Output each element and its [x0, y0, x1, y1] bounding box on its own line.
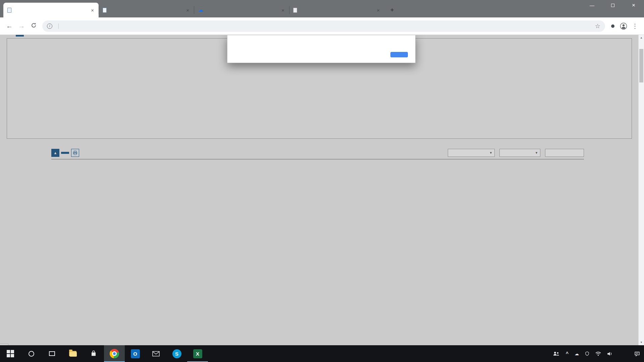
tab-close-icon[interactable]: × — [281, 7, 285, 13]
alert-dialog — [227, 35, 416, 63]
system-tray: ^ ☁ — [549, 345, 644, 362]
divider — [58, 23, 59, 29]
chrome-icon — [110, 349, 119, 358]
address-bar[interactable]: i ☆ — [42, 20, 605, 32]
mail-icon — [152, 351, 160, 357]
refresh-icon — [31, 22, 37, 28]
network-icon[interactable] — [592, 345, 604, 362]
scroll-up-icon[interactable]: ▲ — [639, 35, 644, 41]
browser-menu-icon[interactable]: ⋮ — [632, 22, 638, 30]
tabs: × × ☁ × × + — [3, 0, 397, 17]
store-button[interactable] — [83, 345, 104, 362]
excel-icon: X — [193, 349, 202, 358]
folder-icon — [69, 351, 76, 356]
start-button[interactable] — [0, 345, 21, 362]
excel-button[interactable]: X — [187, 345, 208, 362]
desktop: × × ☁ × × + — × ← — [0, 0, 644, 362]
page-favicon-icon — [7, 8, 11, 13]
info-icon[interactable]: i — [47, 23, 52, 29]
refresh-button[interactable] — [28, 22, 40, 30]
skype-button[interactable]: S — [166, 345, 187, 362]
maximize-button[interactable] — [602, 0, 623, 11]
page-favicon-icon — [293, 8, 297, 13]
scroll-down-icon[interactable]: ▼ — [639, 340, 644, 345]
minimize-button[interactable]: — — [582, 0, 602, 11]
search-button[interactable] — [21, 345, 42, 362]
search-icon — [29, 351, 34, 357]
browser-toolbar: ← → i ☆ ⋮ — [0, 17, 644, 35]
page-scrollbar[interactable]: ▲ ▼ — [638, 35, 644, 345]
store-icon — [91, 351, 97, 357]
hidden-icons-chevron[interactable]: ^ — [563, 345, 572, 362]
action-center-button[interactable] — [630, 345, 644, 362]
tab-my-cloud[interactable]: ☁ × — [194, 3, 289, 17]
bookmark-star-icon[interactable]: ☆ — [595, 22, 600, 30]
chrome-button[interactable] — [104, 345, 125, 362]
modal-backdrop — [0, 35, 644, 345]
new-tab-button[interactable]: + — [387, 5, 397, 15]
tab-document-control[interactable]: × — [3, 3, 99, 17]
outlook-icon: O — [131, 349, 140, 358]
close-button[interactable]: × — [623, 0, 644, 11]
forward-button[interactable]: → — [15, 22, 28, 30]
volume-icon[interactable] — [604, 345, 616, 362]
people-button[interactable] — [549, 345, 563, 362]
browser-tab-strip: × × ☁ × × + — × — [0, 0, 644, 17]
window-controls: — × — [582, 0, 644, 11]
tab-new-tab[interactable]: × — [289, 3, 384, 17]
extension-icon[interactable] — [611, 24, 614, 28]
onedrive-icon[interactable]: ☁ — [572, 345, 582, 362]
tab-close-icon[interactable]: × — [185, 7, 190, 13]
ok-button[interactable] — [390, 52, 408, 57]
security-shield-icon[interactable] — [582, 345, 592, 362]
cloud-favicon-icon: ☁ — [198, 7, 203, 13]
task-view-icon — [49, 351, 55, 356]
skype-icon: S — [172, 349, 181, 358]
task-view-button[interactable] — [42, 345, 62, 362]
tab-close-icon[interactable]: × — [90, 7, 95, 13]
windows-logo-icon — [7, 350, 14, 357]
back-button[interactable]: ← — [3, 22, 15, 30]
windows-taskbar: O S X ^ ☁ — [0, 345, 644, 362]
tab-close-icon[interactable]: × — [376, 7, 380, 13]
file-explorer-button[interactable] — [62, 345, 83, 362]
mail-button[interactable] — [146, 345, 166, 362]
outlook-button[interactable]: O — [125, 345, 146, 362]
scrollbar-thumb[interactable] — [639, 49, 643, 82]
people-icon — [552, 351, 560, 356]
page-favicon-icon — [103, 8, 107, 13]
notification-icon — [634, 351, 640, 357]
profile-avatar[interactable] — [620, 22, 627, 30]
page-viewport: ▲ ▼ ▼ — [0, 35, 644, 345]
language-indicator[interactable] — [616, 345, 622, 362]
tab-search[interactable]: × — [99, 3, 194, 17]
